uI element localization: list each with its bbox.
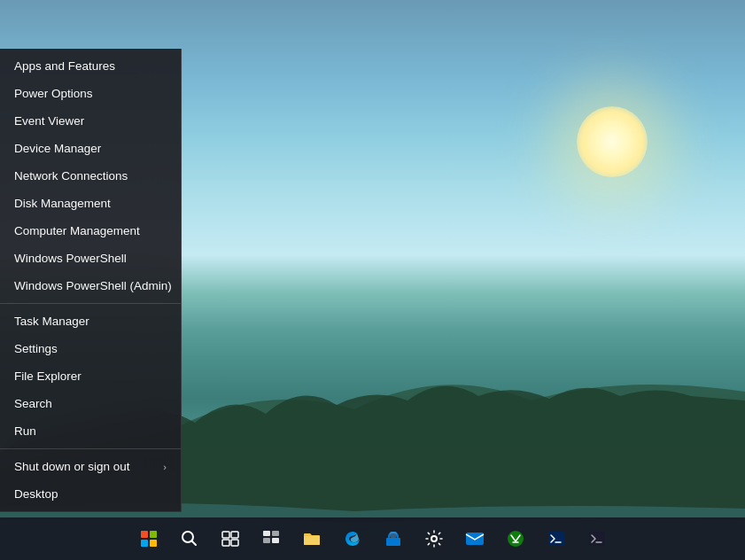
store-button[interactable] xyxy=(374,519,413,558)
svg-rect-2 xyxy=(222,532,229,538)
store-icon xyxy=(384,530,402,548)
widgets-icon xyxy=(262,530,280,548)
settings-icon xyxy=(425,530,443,548)
svg-rect-4 xyxy=(222,540,229,546)
svg-rect-6 xyxy=(263,531,270,536)
menu-item-disk-management[interactable]: Disk Management xyxy=(0,190,181,217)
mail-icon xyxy=(465,531,485,547)
start-button[interactable] xyxy=(129,519,168,558)
settings-button[interactable] xyxy=(415,519,454,558)
svg-rect-10 xyxy=(386,538,400,546)
svg-line-1 xyxy=(191,541,196,546)
svg-rect-8 xyxy=(263,538,270,543)
windows-icon xyxy=(141,531,157,547)
taskbar-icons xyxy=(129,519,617,558)
file-explorer-button[interactable] xyxy=(292,519,331,558)
menu-item-file-explorer[interactable]: File Explorer xyxy=(0,362,181,390)
xbox-icon xyxy=(507,530,524,548)
xbox-button[interactable] xyxy=(496,519,535,558)
svg-rect-7 xyxy=(272,531,279,536)
terminal2-icon xyxy=(588,531,606,547)
task-view-icon xyxy=(221,531,239,547)
menu-item-network-connections[interactable]: Network Connections xyxy=(0,162,181,190)
svg-rect-17 xyxy=(589,532,605,546)
menu-item-device-manager[interactable]: Device Manager xyxy=(0,135,181,162)
terminal-button[interactable] xyxy=(537,519,576,558)
search-icon xyxy=(181,530,198,548)
menu-item-shut-down[interactable]: Shut down or sign out › xyxy=(0,453,181,480)
menu-item-search[interactable]: Search xyxy=(0,390,181,417)
edge-icon xyxy=(344,530,361,548)
menu-divider-1 xyxy=(0,303,181,304)
svg-rect-13 xyxy=(466,533,484,545)
sun-decoration xyxy=(577,106,648,177)
menu-item-settings[interactable]: Settings xyxy=(0,335,181,362)
menu-item-run[interactable]: Run xyxy=(0,417,181,445)
menu-item-windows-powershell[interactable]: Windows PowerShell xyxy=(0,245,181,272)
svg-point-14 xyxy=(508,531,524,547)
widgets-button[interactable] xyxy=(252,519,291,558)
menu-item-power-options[interactable]: Power Options xyxy=(0,80,181,107)
menu-item-desktop[interactable]: Desktop xyxy=(0,480,181,508)
svg-point-12 xyxy=(431,536,437,541)
menu-item-computer-management[interactable]: Computer Management xyxy=(0,217,181,245)
terminal-icon xyxy=(547,531,565,547)
context-menu: Apps and Features Power Options Event Vi… xyxy=(0,49,182,512)
chevron-right-icon: › xyxy=(163,462,167,472)
terminal2-button[interactable] xyxy=(578,519,617,558)
menu-divider-2 xyxy=(0,448,181,449)
svg-rect-3 xyxy=(231,532,238,538)
menu-item-windows-powershell-admin[interactable]: Windows PowerShell (Admin) xyxy=(0,272,181,299)
menu-item-task-manager[interactable]: Task Manager xyxy=(0,307,181,335)
svg-rect-15 xyxy=(548,532,564,546)
svg-rect-9 xyxy=(272,538,279,543)
svg-rect-11 xyxy=(390,532,397,538)
edge-button[interactable] xyxy=(333,519,372,558)
file-explorer-icon xyxy=(302,530,322,548)
menu-item-event-viewer[interactable]: Event Viewer xyxy=(0,107,181,135)
menu-item-apps-features[interactable]: Apps and Features xyxy=(0,52,181,80)
svg-rect-5 xyxy=(231,540,238,546)
search-button[interactable] xyxy=(170,519,209,558)
task-view-button[interactable] xyxy=(211,519,250,558)
taskbar xyxy=(0,517,745,560)
mail-button[interactable] xyxy=(455,519,494,558)
